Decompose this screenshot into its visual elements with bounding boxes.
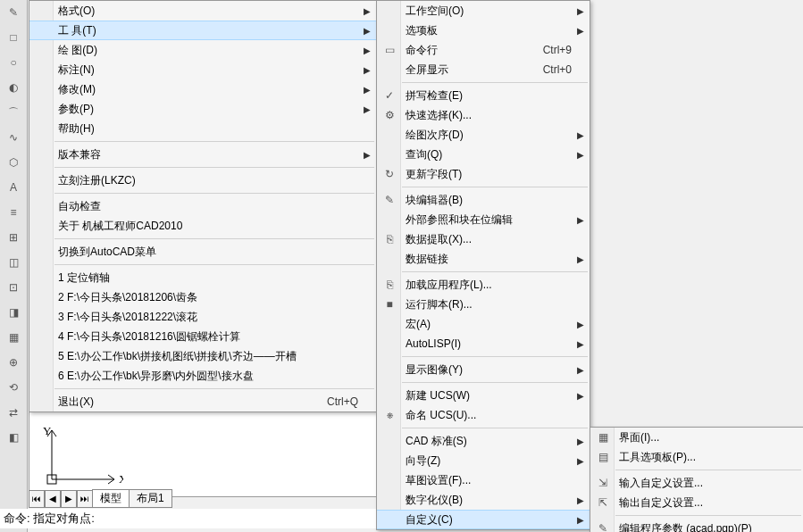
toolbar-button[interactable]: ◫	[0, 250, 27, 275]
menu-item[interactable]: 草图设置(F)...	[377, 470, 590, 490]
toolbar-button[interactable]: ◧	[0, 425, 27, 450]
menu-item[interactable]: ⇲输入自定义设置...	[590, 473, 803, 493]
menu-item-label: 加载应用程序(L)...	[406, 278, 572, 293]
menu-item-label: 输出自定义设置...	[619, 495, 785, 511]
menu-item[interactable]: 数据链接▶	[377, 249, 590, 269]
toolbar-button[interactable]: ⌒	[0, 100, 27, 125]
menu-item[interactable]: 帮助(H)	[29, 119, 376, 138]
menu-item-label: 切换到AutoCAD菜单	[58, 245, 358, 260]
menu-item-label: 选项板	[406, 23, 572, 38]
submenu-arrow-icon: ▶	[577, 391, 584, 401]
menu-item[interactable]: AutoLISP(I)▶	[377, 334, 590, 353]
menu-item[interactable]: 查询(Q)▶	[377, 145, 590, 164]
menu-item-label: 关于 机械工程师CAD2010	[58, 219, 358, 234]
menu-item-label: 退出(X)	[58, 395, 291, 410]
menu-item[interactable]: ⇱输出自定义设置...	[590, 493, 803, 512]
submenu-arrow-icon: ▶	[577, 150, 584, 160]
menu-icon: ⎈	[381, 409, 398, 421]
menu-item[interactable]: ✎编辑程序参数 (acad.pgp)(P)	[590, 519, 803, 532]
menu-item[interactable]: ✓拼写检查(E)	[377, 86, 590, 105]
toolbar-button[interactable]: ⇄	[0, 400, 27, 425]
toolbar-button[interactable]: ⊕	[0, 350, 27, 375]
menu-item-label: 绘 图(D)	[58, 43, 358, 58]
toolbar-button[interactable]: ⊞	[0, 225, 27, 250]
menu-item-label: 5 E:\办公工作\bk\拼接机图纸\拼接机\齐边——开槽	[58, 349, 358, 364]
toolbar-button[interactable]: ∿	[0, 125, 27, 150]
menu-item-label: 命名 UCS(U)...	[406, 408, 572, 423]
menu-item[interactable]: 自动检查	[29, 196, 376, 216]
menu-item[interactable]: 选项板▶	[377, 21, 590, 40]
menu-item[interactable]: 向导(Z)▶	[377, 451, 590, 470]
submenu-arrow-icon: ▶	[577, 26, 584, 36]
toolbar-button[interactable]: ✎	[0, 0, 27, 25]
menu-item[interactable]: ▤工具选项板(P)...	[590, 447, 803, 467]
menu-item[interactable]: 新建 UCS(W)▶	[377, 386, 590, 405]
toolbar-button[interactable]: ○	[0, 50, 27, 75]
menu-item[interactable]: 全屏显示Ctrl+0	[377, 60, 590, 79]
submenu-arrow-icon: ▶	[364, 26, 371, 36]
menu-item-label: 修改(M)	[58, 82, 358, 97]
menu-item-label: 版本兼容	[58, 147, 358, 162]
menu-item[interactable]: ▭命令行Ctrl+9	[377, 40, 590, 60]
menu-item[interactable]: 退出(X)Ctrl+Q	[29, 392, 376, 411]
menu-item[interactable]: CAD 标准(S)▶	[377, 431, 590, 451]
menu-item[interactable]: 1 定位销轴	[29, 268, 376, 287]
main-menu: 格式(O)▶工 具(T)▶绘 图(D)▶标注(N)▶修改(M)▶参数(P)▶帮助…	[29, 0, 377, 412]
toolbar-button[interactable]: □	[0, 25, 27, 50]
menu-item-label: 标注(N)	[58, 62, 358, 78]
toolbar-button[interactable]: ⬡	[0, 150, 27, 175]
menu-item[interactable]: 切换到AutoCAD菜单	[29, 242, 376, 262]
menu-icon: ⎘	[381, 233, 398, 245]
menu-item[interactable]: ▦界面(I)...	[590, 428, 803, 447]
menu-item[interactable]: ✎块编辑器(B)	[377, 190, 590, 210]
menu-item[interactable]: 自定义(C)▶	[377, 510, 590, 529]
submenu-arrow-icon: ▶	[577, 495, 584, 505]
menu-item[interactable]: ⎘数据提取(X)...	[377, 229, 590, 249]
layout-tabs: ⏮ ◀ ▶ ⏭ 模型 布局1	[29, 489, 172, 508]
toolbar-button[interactable]: ⟲	[0, 375, 27, 400]
menu-item[interactable]: 外部参照和块在位编辑▶	[377, 210, 590, 229]
menu-item[interactable]: 工 具(T)▶	[29, 21, 376, 40]
tab-nav-next[interactable]: ▶	[61, 490, 77, 508]
menu-item[interactable]: 5 E:\办公工作\bk\拼接机图纸\拼接机\齐边——开槽	[29, 346, 376, 366]
menu-item-label: 格式(O)	[58, 4, 358, 19]
menu-item[interactable]: 格式(O)▶	[29, 1, 376, 21]
menu-item[interactable]: ■运行脚本(R)...	[377, 295, 590, 314]
menu-item[interactable]: 参数(P)▶	[29, 99, 376, 119]
menu-item[interactable]: 版本兼容▶	[29, 145, 376, 164]
menu-item[interactable]: 关于 机械工程师CAD2010	[29, 216, 376, 236]
menu-item[interactable]: ⎘加载应用程序(L)...	[377, 275, 590, 295]
menu-item[interactable]: 3 F:\今日头条\20181222\滚花	[29, 307, 376, 327]
menu-item[interactable]: ⚙快速选择(K)...	[377, 105, 590, 125]
submenu-arrow-icon: ▶	[577, 215, 584, 225]
toolbar-button[interactable]: A	[0, 175, 27, 200]
menu-item[interactable]: 标注(N)▶	[29, 60, 376, 79]
menu-item[interactable]: 显示图像(Y)▶	[377, 360, 590, 379]
tab-layout1[interactable]: 布局1	[129, 489, 172, 508]
menu-item[interactable]: ⎈命名 UCS(U)...	[377, 405, 590, 425]
toolbar-button[interactable]: ⊡	[0, 275, 27, 300]
tab-nav-prev[interactable]: ◀	[45, 490, 61, 508]
menu-item[interactable]: 数字化仪(B)▶	[377, 490, 590, 510]
toolbar-button[interactable]: ≡	[0, 200, 27, 225]
tab-model[interactable]: 模型	[92, 489, 130, 508]
menu-item[interactable]: 宏(A)▶	[377, 314, 590, 334]
toolbar-button[interactable]: ◐	[0, 75, 27, 100]
menu-item-label: 快速选择(K)...	[406, 108, 572, 123]
menu-item[interactable]: 工作空间(O)▶	[377, 1, 590, 21]
tab-nav-last[interactable]: ⏭	[77, 490, 93, 508]
toolbar-button[interactable]: ◨	[0, 300, 27, 325]
toolbar-button[interactable]: ▦	[0, 325, 27, 350]
tab-nav-first[interactable]: ⏮	[29, 490, 45, 508]
menu-item[interactable]: 立刻注册(LKZC)	[29, 170, 376, 190]
menu-item-label: 1 定位销轴	[58, 270, 358, 286]
menu-item[interactable]: 2 F:\今日头条\20181206\齿条	[29, 287, 376, 307]
menu-item[interactable]: 6 E:\办公工作\bk\异形磨\内外圆型\接水盘	[29, 366, 376, 386]
menu-item[interactable]: 绘图次序(D)▶	[377, 125, 590, 145]
menu-icon: ▤	[594, 451, 612, 463]
menu-item[interactable]: 修改(M)▶	[29, 79, 376, 99]
menu-item[interactable]: ↻更新字段(T)	[377, 164, 590, 184]
menu-item[interactable]: 4 F:\今日头条\20181216\圆锯螺栓计算	[29, 327, 376, 346]
menu-item[interactable]: 绘 图(D)▶	[29, 40, 376, 60]
menu-shortcut: Ctrl+9	[543, 44, 572, 56]
